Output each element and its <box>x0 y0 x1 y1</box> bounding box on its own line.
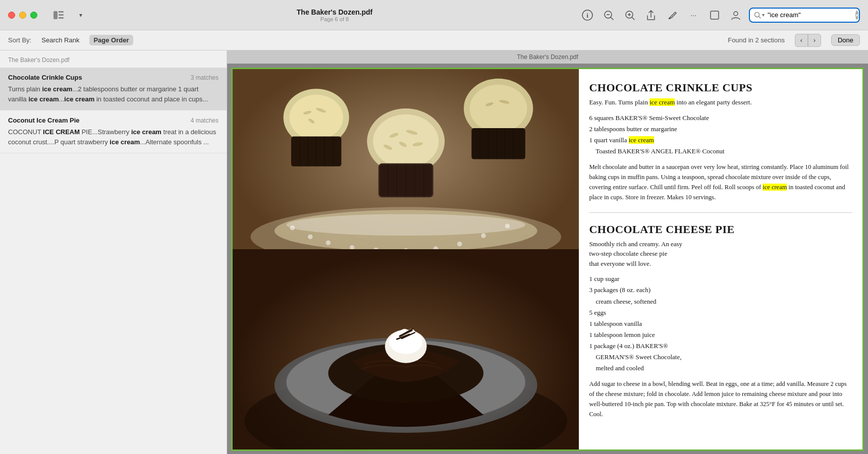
result-excerpt: COCONUT ICE CREAM PIE...Strawberry ice c… <box>8 127 219 147</box>
close-button[interactable] <box>8 12 15 19</box>
svg-rect-2 <box>59 14 64 16</box>
search-clear-button[interactable]: × <box>855 11 858 20</box>
result-header: Coconut Ice Cream Pie 4 matches <box>8 117 219 124</box>
svg-point-35 <box>289 95 343 140</box>
done-button[interactable]: Done <box>831 34 860 46</box>
svg-rect-49 <box>471 128 525 159</box>
traffic-lights <box>8 12 37 19</box>
highlight-ice-cream-1: ice cream <box>649 98 675 106</box>
sort-bar: Sort By: Search Rank Page Order Found in… <box>0 30 868 50</box>
pdf-text-column: CHOCOLATE CRINKLE CUPS Easy. Fun. Turns … <box>579 69 862 449</box>
svg-point-65 <box>481 233 485 238</box>
pdf-filename-bar: The Baker's Dozen.pdf <box>227 50 868 64</box>
svg-line-8 <box>611 17 613 20</box>
result-title: Chocolate Crinkle Cups <box>8 74 82 81</box>
result-excerpt: Turns plain ice cream...2 tablespoons bu… <box>8 84 219 104</box>
sort-by-label: Sort By: <box>8 36 31 44</box>
sort-page-order-button[interactable]: Page Order <box>89 35 133 45</box>
svg-point-58 <box>308 235 312 239</box>
svg-text:i: i <box>586 12 588 19</box>
sidebar-filename: The Baker's Dozen.pdf <box>0 50 227 68</box>
recipe2-subtitle: Smoothly rich and creamy. An easytwo-ste… <box>589 239 852 269</box>
title-bar: ▾ The Baker's Dozen.pdf Page 6 of 8 i <box>0 0 868 30</box>
page-indicator: Page 6 of 8 <box>320 16 349 22</box>
highlight-ice-cream-3: ice cream <box>763 184 787 191</box>
next-result-button[interactable]: › <box>808 34 821 47</box>
svg-point-64 <box>457 242 462 246</box>
more-options-button[interactable]: ··· <box>685 7 701 23</box>
share-button[interactable] <box>643 7 659 23</box>
recipe2-directions: Add sugar to cheese in a bowl, blending … <box>589 379 852 419</box>
search-icon: ▾ <box>754 12 765 19</box>
svg-rect-3 <box>59 17 64 19</box>
highlight-ice-cream-2: ice cream <box>629 136 654 144</box>
svg-rect-0 <box>53 11 58 19</box>
search-container[interactable]: ▾ × <box>749 8 860 23</box>
toolbar-left: ▾ <box>49 8 90 22</box>
recipe1-subtitle: Easy. Fun. Turns plain ice cream into an… <box>589 97 852 107</box>
found-sections-text: Found in 2 sections <box>728 36 785 44</box>
svg-rect-14 <box>711 11 719 19</box>
prev-result-button[interactable]: ‹ <box>795 34 808 47</box>
sort-search-rank-button[interactable]: Search Rank <box>37 35 83 45</box>
pdf-area[interactable]: The Baker's Dozen.pdf <box>227 50 868 454</box>
svg-point-46 <box>470 85 527 133</box>
zoom-out-button[interactable] <box>601 7 617 23</box>
main-content: The Baker's Dozen.pdf Chocolate Crinkle … <box>0 50 868 454</box>
minimize-button[interactable] <box>19 12 26 19</box>
recipe2-title: CHOCOLATE CHEESE PIE <box>589 223 852 236</box>
pdf-page: CHOCOLATE CRINKLE CUPS Easy. Fun. Turns … <box>231 68 864 451</box>
recipe2-ingredients: 1 cup sugar 3 packages (8 oz. each) crea… <box>589 273 852 374</box>
search-result-item[interactable]: Chocolate Crinkle Cups 3 matches Turns p… <box>0 68 227 110</box>
recipe1-directions: Melt chocolate and butter in a saucepan … <box>589 162 852 202</box>
search-input[interactable] <box>768 11 852 19</box>
cupcakes-image <box>233 69 579 249</box>
info-button[interactable]: i <box>579 7 595 23</box>
recipe1-title: CHOCOLATE CRINKLE CUPS <box>589 81 852 94</box>
result-header: Chocolate Crinkle Cups 3 matches <box>8 74 219 81</box>
recipe1-ingredients: 6 squares BAKER'S® Semi-Sweet Chocolate … <box>589 112 852 157</box>
annotate-button[interactable] <box>664 7 680 23</box>
pdf-image-column <box>233 69 579 449</box>
nav-buttons: ‹ › <box>795 34 821 47</box>
recipe-divider <box>589 212 852 213</box>
svg-point-59 <box>326 241 331 245</box>
sidebar: The Baker's Dozen.pdf Chocolate Crinkle … <box>0 50 227 454</box>
result-matches: 4 matches <box>191 117 219 124</box>
svg-point-21 <box>373 115 439 168</box>
document-title: The Baker's Dozen.pdf <box>297 8 372 16</box>
svg-line-12 <box>632 17 634 20</box>
result-matches: 3 matches <box>191 74 219 81</box>
search-result-item[interactable]: Coconut Ice Cream Pie 4 matches COCONUT … <box>0 110 227 153</box>
result-title: Coconut Ice Cream Pie <box>8 117 80 124</box>
svg-line-17 <box>759 16 761 18</box>
crop-button[interactable] <box>707 7 723 23</box>
account-button[interactable] <box>728 7 744 23</box>
svg-point-56 <box>287 214 525 236</box>
sidebar-toggle-button[interactable] <box>49 8 68 22</box>
svg-rect-1 <box>59 11 64 13</box>
toolbar-center: The Baker's Dozen.pdf Page 6 of 8 <box>96 8 573 22</box>
maximize-button[interactable] <box>30 12 37 19</box>
zoom-in-button[interactable] <box>622 7 638 23</box>
sidebar-chevron-button[interactable]: ▾ <box>72 8 90 22</box>
svg-point-57 <box>290 225 295 230</box>
svg-point-15 <box>734 12 738 16</box>
chocolate-pie-image <box>233 249 579 449</box>
svg-point-66 <box>505 223 510 228</box>
toolbar-actions: i <box>579 7 860 23</box>
